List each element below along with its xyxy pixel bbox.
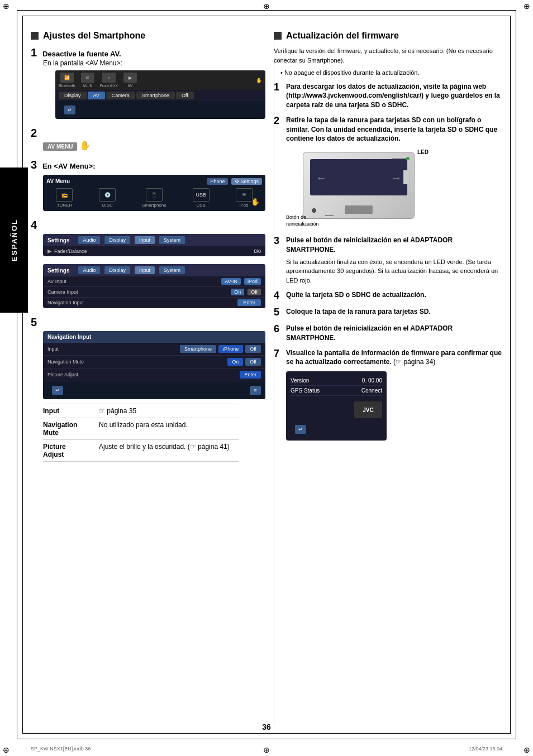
settings-header-2: Settings Audio Display Input System xyxy=(43,264,265,276)
phone-tab[interactable]: Phone xyxy=(207,178,228,185)
sd-slot xyxy=(403,170,408,184)
reset-label: Botón dereinicialización xyxy=(286,214,319,227)
firmware-gps-row: GPS Status Connect xyxy=(291,386,382,396)
page-border-right xyxy=(516,10,516,739)
right-step-7-header: 7 Visualice la pantalla de información d… xyxy=(274,348,502,367)
settings-label-1: Settings xyxy=(47,237,69,243)
enter-btn-2[interactable]: Enter xyxy=(240,371,261,379)
settings-screen-2: Settings Audio Display Input System AV I… xyxy=(43,264,265,308)
step-3-number: 3 xyxy=(31,159,37,171)
enter-btn[interactable]: Enter xyxy=(237,299,261,306)
menu-button[interactable]: ≡ xyxy=(250,386,261,395)
disc-item: 💿 DISC xyxy=(99,188,116,208)
fader-balance-row: ▶ Fader/Balance 0/0 xyxy=(43,246,265,256)
touch-indicator-4: ✋ xyxy=(264,298,265,308)
off-tab[interactable]: Off xyxy=(176,92,194,99)
av-icon: ▶ xyxy=(123,73,137,83)
touch-indicator-3: ✋ xyxy=(251,198,260,206)
right-step-6: 6 Pulse el botón de reinicialización en … xyxy=(274,324,502,343)
av-in-tabs: Display AV Camera Smartphone Off xyxy=(55,90,265,101)
ipod-btn[interactable]: iPod xyxy=(244,278,261,285)
settings-tab[interactable]: ⚙ Settings xyxy=(231,178,262,185)
ipod-icon: ✉ xyxy=(236,188,253,202)
bluetooth-icon: 📶 xyxy=(60,73,74,83)
display-tab[interactable]: Display xyxy=(59,92,87,99)
iphone-btn[interactable]: iPhone xyxy=(218,345,243,353)
smartphone-tab[interactable]: Smartphone xyxy=(136,92,175,99)
usb-item: USB USB xyxy=(193,188,210,208)
right-step-1: 1 Para descargar los datos de actualizac… xyxy=(274,82,502,110)
info-row-picture: PictureAdjust Ajuste el brillo y la oscu… xyxy=(43,440,239,462)
display-tab-2[interactable]: Display xyxy=(104,266,130,274)
right-step-5-header: 5 Coloque la tapa de la ranura para tarj… xyxy=(274,307,502,318)
section-icon-left xyxy=(31,32,39,40)
step-2-label-area: AV MENU ✋ xyxy=(43,142,91,151)
footer-left: SP_KW-NSX1[EU].indb 36 xyxy=(31,746,91,752)
step-5-number: 5 xyxy=(31,316,37,329)
right-section-header: Actualización del firmware xyxy=(274,31,502,41)
av-in-top: 📶 Bluetooth ≋ AV-IN ♪ Front AUX ▶ xyxy=(55,70,265,90)
audio-tab-2[interactable]: Audio xyxy=(78,266,100,274)
back-button-1[interactable]: ↵ xyxy=(64,106,75,114)
front-aux-icon: ♪ xyxy=(102,73,116,83)
av-menu-header: AV Menu Phone ⚙ Settings xyxy=(46,178,262,185)
smartphone-item: 📱 Smartphone xyxy=(142,188,166,208)
on-btn[interactable]: On xyxy=(231,289,244,295)
settings-label-2: Settings xyxy=(47,267,69,274)
off-btn-3[interactable]: Off xyxy=(245,358,261,366)
crosshair-bl: ⊕ xyxy=(2,745,11,754)
inner-border-left xyxy=(22,16,23,734)
camera-tab[interactable]: Camera xyxy=(106,92,135,99)
right-step-1-text: Para descargar los datos de actualizació… xyxy=(286,82,502,110)
camera-input-row: Camera Input On Off xyxy=(43,287,265,298)
espanol-label: ESPAÑOL xyxy=(10,219,18,261)
smartphone-btn[interactable]: Smartphone xyxy=(180,345,216,353)
av-tab-active[interactable]: AV xyxy=(88,92,105,99)
disc-icon: 💿 xyxy=(99,188,116,202)
off-btn-2[interactable]: Off xyxy=(245,345,261,353)
jvc-logo: JVC xyxy=(354,401,382,418)
right-step-5: 5 Coloque la tapa de la ranura para tarj… xyxy=(274,307,502,318)
av-icon-block: ▶ AV xyxy=(123,73,137,88)
step-1: 1 Desactive la fuente AV. En la pantalla… xyxy=(31,46,265,119)
back-button-3[interactable]: ↵ xyxy=(295,425,306,434)
audio-tab-1[interactable]: Audio xyxy=(78,236,100,244)
back-button-2[interactable]: ↵ xyxy=(52,386,63,395)
device-screen: ← → xyxy=(310,159,407,195)
firmware-device-logo: JVC xyxy=(291,401,382,418)
info-label-input: Input xyxy=(43,407,93,415)
av-in-screen: 📶 Bluetooth ≋ AV-IN ♪ Front AUX ▶ xyxy=(55,70,265,119)
right-step-3-num: 3 xyxy=(274,236,283,247)
info-row-mute: NavigationMute No utilizado para esta un… xyxy=(43,418,239,440)
mute-btns: On Off xyxy=(227,358,261,366)
picture-btns: Enter xyxy=(240,371,261,379)
av-menu-title: AV Menu xyxy=(46,178,70,185)
version-value: 0. 00.00 xyxy=(362,377,382,384)
espanol-sidebar: ESPAÑOL xyxy=(0,168,28,313)
input-tab-2[interactable]: Input xyxy=(135,266,155,274)
system-tab-2[interactable]: System xyxy=(159,266,185,274)
right-step-4: 4 Quite la tarjeta SD o SDHC de actualiz… xyxy=(274,290,502,302)
av-in-btn[interactable]: AV-IN xyxy=(221,278,241,285)
page-number: 36 xyxy=(262,722,271,731)
right-step-2-text: Retire la tapa de la ranura para tarjeta… xyxy=(286,116,502,143)
display-tab-1[interactable]: Display xyxy=(104,236,130,244)
camera-input-btns: On Off xyxy=(231,289,261,295)
crosshair-tl: ⊕ xyxy=(2,2,11,11)
footer-right: 12/04/23 15:04 xyxy=(469,746,502,752)
crosshair-tc: ⊕ xyxy=(262,2,271,11)
info-label-mute: NavigationMute xyxy=(43,421,93,437)
spacer xyxy=(31,259,265,262)
section-icon-right xyxy=(274,32,282,40)
info-value-input: ☞ página 35 xyxy=(99,407,136,415)
system-tab-1[interactable]: System xyxy=(159,236,185,244)
on-btn-2[interactable]: On xyxy=(227,358,243,366)
right-column: Actualización del firmware Verifique la … xyxy=(274,31,502,700)
right-step-3-text: Pulse el botón de reinicialización en el… xyxy=(286,236,502,255)
off-btn[interactable]: Off xyxy=(248,289,261,295)
input-tab-1[interactable]: Input xyxy=(135,236,155,244)
inner-border-bottom xyxy=(22,733,511,734)
step-1-subtitle: En la pantalla <AV Menu>: xyxy=(43,59,265,67)
av-menu-items: 📻 TUNER 💿 DISC 📱 Smartphone USB USB ✉ xyxy=(46,188,262,208)
right-step-4-text: Quite la tarjeta SD o SDHC de actualizac… xyxy=(286,290,426,300)
